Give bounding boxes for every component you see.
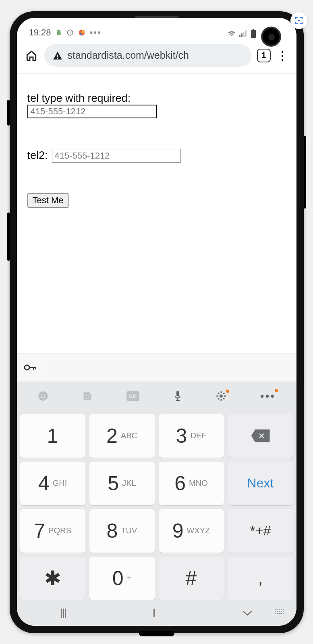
- key-next[interactable]: Next: [228, 462, 293, 505]
- key-3[interactable]: 3DEF: [159, 414, 224, 458]
- usb-connector: [139, 631, 174, 636]
- svg-point-0: [298, 20, 300, 22]
- browser-toolbar: standardista.com/webkit/ch 1 ⋮: [17, 40, 296, 74]
- voice-input-icon[interactable]: [173, 390, 182, 402]
- backspace-icon: ✕: [251, 429, 270, 442]
- url-bar[interactable]: standardista.com/webkit/ch: [44, 44, 251, 67]
- svg-rect-37: [277, 609, 278, 610]
- tel2-label: tel2:: [27, 149, 48, 162]
- svg-text:GIF: GIF: [129, 394, 137, 399]
- side-button: [7, 213, 10, 261]
- screenshot-crop-button[interactable]: [290, 12, 307, 29]
- svg-point-20: [85, 395, 87, 396]
- key-9[interactable]: 9WXYZ: [159, 509, 224, 553]
- svg-point-17: [38, 391, 48, 400]
- svg-rect-38: [279, 609, 280, 610]
- svg-rect-40: [283, 609, 284, 610]
- front-camera: [261, 27, 281, 47]
- info-icon: [66, 29, 74, 36]
- svg-rect-16: [35, 367, 36, 369]
- key-7[interactable]: 7PQRS: [20, 509, 85, 553]
- svg-rect-9: [253, 29, 254, 30]
- tel2-input[interactable]: [52, 149, 181, 163]
- svg-rect-11: [57, 54, 58, 57]
- gif-icon[interactable]: GIF: [126, 391, 139, 401]
- key-star[interactable]: ✱: [20, 557, 85, 600]
- browser-app-icon: [78, 29, 86, 37]
- svg-rect-46: [275, 613, 276, 614]
- system-nav-bar: |||: [17, 600, 296, 626]
- svg-rect-42: [277, 611, 278, 612]
- key-1[interactable]: 1: [20, 414, 85, 458]
- side-button: [304, 136, 306, 208]
- android-icon: [55, 29, 62, 36]
- signal-icon: [239, 30, 247, 37]
- svg-rect-12: [57, 58, 58, 58]
- svg-point-18: [41, 394, 42, 396]
- key-8[interactable]: 8TUV: [89, 509, 155, 553]
- svg-rect-45: [283, 611, 284, 612]
- key-hash[interactable]: #: [159, 557, 224, 600]
- svg-rect-25: [177, 398, 178, 400]
- svg-point-2: [70, 31, 70, 31]
- keyboard-tool-row: GIF •••: [17, 382, 296, 410]
- keyboard-switch-icon[interactable]: [275, 609, 285, 617]
- page-content: tel type with required: tel2: Test Me: [17, 74, 296, 353]
- svg-line-33: [223, 398, 224, 399]
- key-symbols[interactable]: *+#: [228, 509, 293, 553]
- svg-rect-41: [275, 611, 276, 612]
- home-icon[interactable]: [25, 49, 39, 62]
- key-comma[interactable]: ,: [228, 557, 293, 600]
- recents-button[interactable]: |||: [60, 607, 66, 619]
- emoji-icon[interactable]: [37, 390, 49, 402]
- svg-rect-48: [283, 613, 284, 614]
- keyboard-more-icon[interactable]: •••: [260, 390, 276, 402]
- key-backspace[interactable]: ✕: [228, 414, 293, 458]
- more-notifications-icon: •••: [90, 27, 102, 38]
- battery-icon: [251, 29, 256, 38]
- svg-rect-36: [275, 609, 276, 610]
- tel1-label: tel type with required:: [27, 92, 286, 105]
- key-6[interactable]: 6MNO: [159, 462, 224, 505]
- status-bar: 19:28 •••: [17, 18, 296, 40]
- svg-point-13: [25, 365, 29, 370]
- svg-rect-47: [277, 613, 282, 614]
- tab-count: 1: [261, 51, 266, 60]
- svg-rect-15: [33, 367, 34, 370]
- svg-rect-24: [176, 391, 179, 396]
- svg-rect-6: [241, 33, 243, 37]
- test-me-button[interactable]: Test Me: [27, 193, 69, 208]
- svg-rect-8: [245, 30, 247, 37]
- keyboard-suggestion-bar: [17, 353, 296, 382]
- key-0[interactable]: 0+: [89, 557, 155, 600]
- svg-point-21: [88, 395, 89, 396]
- svg-point-19: [44, 394, 45, 396]
- sticker-icon[interactable]: [82, 390, 93, 402]
- svg-rect-44: [281, 611, 282, 612]
- numeric-keypad: 1 2ABC 3DEF ✕ 4GHI 5JKL 6MNO Next 7PQRS …: [17, 410, 296, 600]
- password-key-icon[interactable]: [17, 353, 44, 382]
- key-2[interactable]: 2ABC: [89, 414, 155, 458]
- home-button[interactable]: [153, 609, 155, 617]
- side-button: [7, 100, 10, 126]
- key-5[interactable]: 5JKL: [89, 462, 155, 505]
- tel1-input[interactable]: [27, 105, 157, 118]
- url-text: standardista.com/webkit/ch: [68, 50, 243, 61]
- svg-line-35: [223, 392, 224, 394]
- keyboard-settings-icon[interactable]: [216, 390, 227, 402]
- back-button[interactable]: [242, 609, 253, 617]
- tabs-button[interactable]: 1: [257, 49, 271, 62]
- wifi-icon: [227, 30, 236, 37]
- svg-line-32: [218, 392, 219, 394]
- svg-rect-26: [176, 400, 180, 401]
- phone-device-frame: 19:28 •••: [10, 11, 304, 633]
- svg-rect-10: [251, 30, 256, 38]
- svg-line-34: [218, 398, 219, 399]
- key-4[interactable]: 4GHI: [20, 462, 85, 505]
- svg-rect-3: [70, 32, 70, 34]
- svg-rect-43: [279, 611, 280, 612]
- insecure-site-icon: [52, 50, 63, 61]
- svg-rect-5: [239, 35, 240, 37]
- svg-point-27: [220, 394, 222, 397]
- svg-rect-7: [243, 32, 245, 37]
